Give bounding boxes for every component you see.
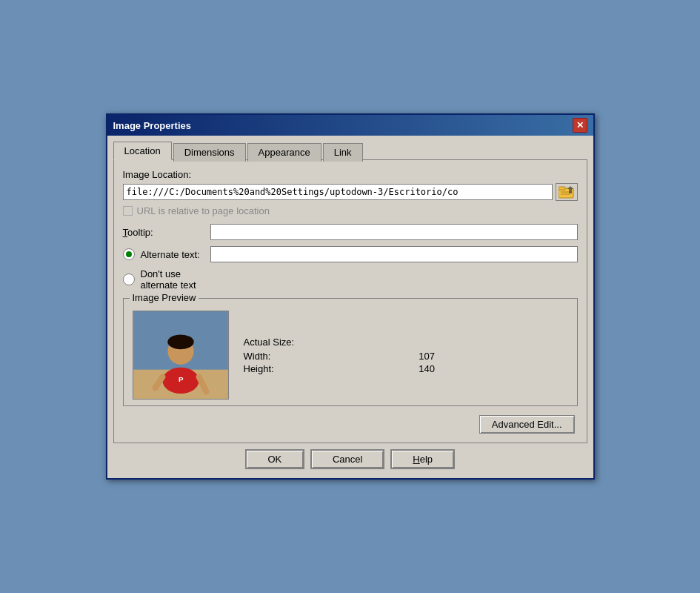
image-info: Actual Size: Width: 107 Height: 140 — [244, 337, 568, 374]
url-row — [123, 183, 578, 201]
svg-text:P: P — [179, 375, 184, 383]
width-value: 107 — [419, 351, 567, 362]
bottom-row: Advanced Edit... — [123, 415, 578, 434]
height-label: Height: — [244, 363, 407, 374]
no-alt-text-radio[interactable] — [123, 274, 135, 285]
tab-dimensions[interactable]: Dimensions — [173, 143, 246, 162]
title-bar: Image Properties ✕ — [107, 115, 593, 136]
preview-content: P Actual Size: Width: 107 Height: 140 — [133, 305, 568, 400]
image-dimensions-grid: Width: 107 Height: 140 — [244, 351, 568, 374]
svg-point-9 — [167, 334, 193, 349]
cancel-button[interactable]: Cancel — [310, 449, 384, 469]
tab-link[interactable]: Link — [323, 143, 363, 162]
width-label: Width: — [244, 351, 407, 362]
preview-image: P — [133, 311, 228, 399]
tooltip-input[interactable] — [210, 224, 578, 240]
browse-button[interactable] — [556, 183, 578, 201]
dialog-body: Location Dimensions Appearance Link Imag… — [107, 136, 593, 478]
alt-text-label: Alternate text: — [141, 249, 200, 260]
tooltip-label: Tooltip: — [123, 227, 204, 238]
image-properties-dialog: Image Properties ✕ Location Dimensions A… — [106, 113, 595, 480]
advanced-edit-button[interactable]: Advanced Edit... — [479, 415, 575, 434]
ok-button[interactable]: OK — [245, 449, 304, 469]
url-relative-label: URL is relative to page location — [137, 205, 270, 216]
svg-rect-1 — [559, 187, 565, 190]
folder-icon — [559, 185, 575, 199]
alternate-text-input[interactable] — [210, 246, 578, 262]
help-label-rest: elp — [420, 454, 433, 465]
dialog-buttons: OK Cancel Help — [113, 443, 587, 472]
close-button[interactable]: ✕ — [573, 118, 587, 133]
height-value: 140 — [419, 363, 567, 374]
image-location-section: Image Location: — [123, 169, 578, 291]
image-preview-section: Image Preview — [123, 298, 578, 406]
alt-text-radio[interactable] — [123, 248, 135, 260]
no-alt-text-label: Don't use alternate text — [141, 268, 204, 291]
actual-size-label: Actual Size: — [244, 337, 568, 348]
dialog-title: Image Properties — [113, 120, 192, 131]
tab-bar: Location Dimensions Appearance Link — [113, 142, 587, 160]
image-url-input[interactable] — [123, 184, 553, 200]
tooltip-label-text: Tooltip: — [123, 227, 153, 238]
tab-content-location: Image Location: — [113, 159, 587, 443]
help-button[interactable]: Help — [390, 449, 455, 469]
tab-appearance[interactable]: Appearance — [247, 143, 321, 162]
tooltip-row: Tooltip: — [123, 224, 578, 240]
tab-location[interactable]: Location — [113, 142, 172, 160]
image-preview-group-label: Image Preview — [130, 292, 199, 303]
url-relative-row: URL is relative to page location — [123, 205, 578, 216]
alternate-text-row: Alternate text: — [123, 246, 578, 262]
url-relative-checkbox[interactable] — [123, 206, 133, 216]
no-alt-text-row: Don't use alternate text — [123, 268, 578, 291]
preview-image-container: P — [133, 311, 229, 400]
image-location-label: Image Location: — [123, 169, 578, 180]
